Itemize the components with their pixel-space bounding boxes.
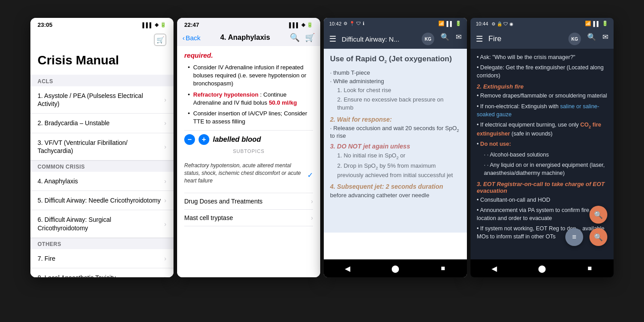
list-item[interactable]: 6. Difficult Airway: Surgical Cricothyro… — [30, 210, 174, 237]
chevron-icon: › — [164, 178, 166, 185]
bullet-item-3: Consider insertion of IA/CVP lines; Cons… — [186, 110, 313, 126]
chevron-icon: › — [164, 255, 166, 262]
acls-section-header: ACLS — [30, 75, 174, 86]
cart-icon[interactable]: 🛒 — [305, 33, 315, 42]
list-item[interactable]: 4. Anaphylaxis › — [30, 172, 174, 191]
fab-search-button-2[interactable]: 🔍 — [589, 228, 607, 246]
wifi-icon: ◈ — [155, 22, 158, 28]
menu-icon[interactable]: ☰ — [476, 34, 483, 44]
signal-icon: ▌▌▌ — [143, 22, 153, 28]
s4-time: 10:44 — [476, 21, 488, 26]
s4-nav-title: Fire — [488, 34, 568, 43]
wifi-icon: ◈ — [301, 22, 305, 28]
ask-text: • Ask: "Who will be the crisis manager?" — [477, 53, 607, 61]
wifi-icon: 📶 — [585, 21, 591, 26]
saline-text: saline or saline-soaked gauze — [477, 103, 599, 118]
do-not-use-header: • Do not use: — [477, 140, 607, 148]
list-item[interactable]: 8. Local Anaesthetic Toxicity › — [30, 268, 174, 277]
location-icon: 📍 — [349, 21, 355, 26]
collapse-button[interactable]: − — [184, 134, 195, 145]
chevron-icon: › — [164, 197, 166, 204]
required-text: required. — [184, 51, 313, 59]
delegate-text: • Delegate: Get the fire extinguisher (L… — [477, 64, 607, 80]
info-icon: ℹ — [363, 21, 364, 26]
list-item[interactable]: 5. Difficult Airway: Needle Cricothyroid… — [30, 191, 174, 210]
battery-icon: 🔋 — [307, 22, 313, 28]
list-item[interactable]: 3. VF/VT (Ventricular Fibrillation/ Tach… — [30, 133, 174, 161]
menu-icon[interactable]: ☰ — [329, 34, 336, 44]
s4-content: • Ask: "Who will be the crisis manager?"… — [470, 49, 614, 259]
s1-status-bar: 23:05 ▌▌▌ ◈ 🔋 — [30, 18, 174, 30]
expand-button[interactable]: + — [199, 134, 209, 145]
s2-nav-icons: 🔍 🛒 — [290, 33, 315, 42]
s1-status-icons: ▌▌▌ ◈ 🔋 — [143, 22, 166, 28]
chevron-icon: › — [164, 143, 166, 150]
wifi-icon: 📶 — [438, 21, 445, 26]
s4-status-right: 📶 ▌▌ 🔋 — [585, 21, 608, 26]
s1-main-list: ACLS 1. Asystole / PEA (Pulseless Electr… — [30, 75, 174, 277]
cart-icon[interactable]: 🛒 — [154, 34, 166, 46]
s4-status-bar: 10:44 ⚙ 🔒 🛡 ◉ 📶 ▌▌ 🔋 — [470, 18, 614, 29]
search-icon[interactable]: 🔍 — [290, 33, 300, 42]
s4-status-left: 10:44 ⚙ 🔒 🛡 ◉ — [476, 21, 513, 26]
subtopic-item-1[interactable]: Refractory hypotension, acute altered me… — [184, 157, 313, 193]
extinguish-section: 2. Extinguish fire — [477, 83, 607, 90]
chevron-icon: › — [311, 198, 313, 205]
s2-navbar: ‹ Back 4. Anaphylaxis 🔍 🛒 — [177, 30, 320, 46]
chevron-icon: › — [311, 214, 313, 221]
s3-time: 10:42 — [329, 21, 342, 26]
if-non-electrical-text: • If non-electrical: Extinguish with sal… — [477, 102, 607, 119]
s4-bottom-nav: ◀ ⬤ ■ — [470, 259, 614, 277]
s4-nav-icons: KG 🔍 ✉ — [568, 33, 608, 45]
home-nav-button[interactable]: ⬤ — [386, 263, 404, 274]
s3-status-right: 📶 ▌▌ 🔋 — [438, 21, 462, 26]
s1-header: 🛒 — [30, 30, 174, 51]
bullet-item-1: Consider IV Adrenaline infusion if repea… — [186, 64, 313, 88]
battery-icon: 🔋 — [160, 22, 166, 28]
fab-menu-button[interactable]: ≡ — [565, 228, 583, 246]
avatar: KG — [422, 33, 434, 45]
mail-icon[interactable]: ✉ — [602, 33, 608, 45]
expand-label: labelled blood — [213, 136, 261, 144]
back-nav-button[interactable]: ◀ — [485, 263, 503, 274]
bullet-item-2: Refractory hypotension : Continue Adrena… — [186, 91, 313, 107]
signal-icon: ▌▌ — [446, 21, 453, 26]
consultant-text: • Consultant-on-call and HOD — [477, 196, 607, 204]
screen1-iphone: 23:05 ▌▌▌ ◈ 🔋 🛒 Crisis Manual ACLS 1. As… — [30, 18, 174, 277]
fab-search-button-1[interactable]: 🔍 — [589, 206, 607, 224]
s2-status-icons: ▌▌▌ ◈ 🔋 — [289, 22, 313, 28]
alcohol-text: · · Alcohol-based solutions — [477, 151, 607, 159]
app-title: Crisis Manual — [30, 51, 174, 75]
recents-nav-button[interactable]: ■ — [434, 263, 452, 274]
list-item[interactable]: 1. Asystole / PEA (Pulseless Electrical … — [30, 86, 174, 114]
s3-nav-icons: KG 🔍 ✉ — [422, 33, 462, 45]
s3-content: Use of Rapid O2 (Jet oxygenation) · thum… — [324, 49, 467, 259]
subtopic-item-3[interactable]: Mast cell tryptase › — [184, 210, 313, 226]
if-electrical-text: • If electrical equipment burning, use o… — [477, 121, 607, 138]
signal-icon: ▌▌▌ — [289, 22, 300, 28]
back-button[interactable]: ‹ Back — [182, 34, 200, 42]
list-item[interactable]: 7. Fire › — [30, 249, 174, 268]
search-icon[interactable]: 🔍 — [587, 33, 596, 45]
back-nav-button[interactable]: ◀ — [339, 263, 356, 274]
overlay — [324, 49, 467, 233]
check-icon: ✓ — [307, 171, 313, 179]
s3-status-bar: 10:42 ⚙ 📍 🛡 ℹ 📶 ▌▌ 🔋 — [324, 18, 467, 29]
search-icon[interactable]: 🔍 — [441, 33, 449, 45]
shield-icon: 🛡 — [504, 21, 508, 26]
home-nav-button[interactable]: ⬤ — [533, 263, 551, 274]
subtopic-item-2[interactable]: Drug Doses and Treatments › — [184, 193, 313, 210]
signal-icon: ▌▌ — [593, 21, 600, 26]
co2-extinguisher-text: CO2 fire extinguisher — [477, 122, 601, 137]
list-item[interactable]: 2. Bradycardia – Unstable › — [30, 114, 174, 133]
eot-section: 3. EOT Registrar-on-call to take charge … — [477, 181, 607, 194]
others-section-header: Others — [30, 238, 174, 249]
common-crisis-section-header: Common Crisis — [30, 161, 174, 172]
screen3-android: 10:42 ⚙ 📍 🛡 ℹ 📶 ▌▌ 🔋 ☰ Difficult Airway:… — [324, 18, 467, 277]
mail-icon[interactable]: ✉ — [456, 33, 462, 45]
chevron-icon: › — [164, 96, 166, 103]
settings-icon: ⚙ — [343, 21, 347, 26]
settings-icon: ⚙ — [491, 21, 496, 26]
s2-content: required. Consider IV Adrenaline infusio… — [177, 46, 320, 277]
recents-nav-button[interactable]: ■ — [581, 263, 599, 274]
